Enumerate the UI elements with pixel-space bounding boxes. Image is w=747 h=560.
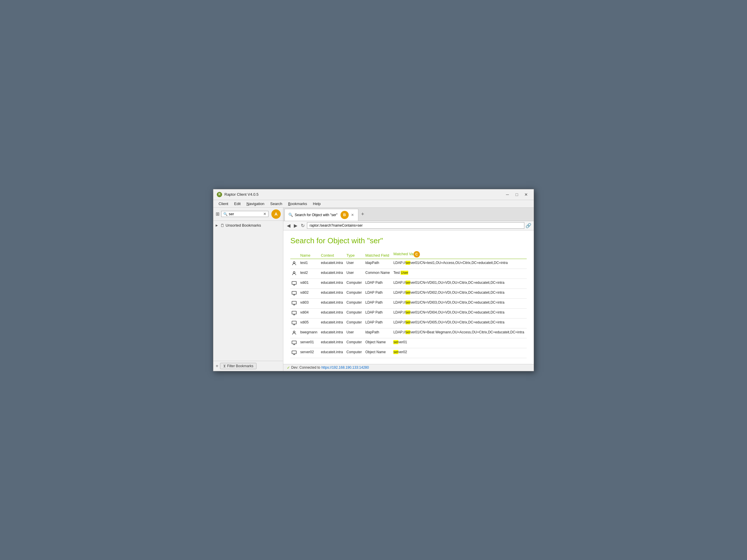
svg-point-1 xyxy=(293,271,295,273)
table-row[interactable]: vdi03educateit.intraComputerLDAP PathLDA… xyxy=(290,298,527,308)
close-button[interactable]: ✕ xyxy=(522,192,530,197)
row-matched-value: LDAP://server01/CN=VDI03,OU=VDI,OU=Citri… xyxy=(392,298,527,308)
row-context: educateit.intra xyxy=(320,278,345,289)
table-row[interactable]: vdi02educateit.intraComputerLDAP PathLDA… xyxy=(290,289,527,298)
tree-arrow-icon: ▶ xyxy=(216,224,219,227)
row-name: bwegmann xyxy=(299,328,320,338)
row-name: vdi05 xyxy=(299,318,320,328)
menu-navigation[interactable]: Navigation xyxy=(243,201,267,207)
row-matched-value: server02 xyxy=(392,348,527,358)
link-icon: 🔗 xyxy=(525,223,531,229)
new-tab-button[interactable]: + xyxy=(359,211,367,217)
row-type: User xyxy=(345,328,364,338)
filter-bookmarks-button[interactable]: ⊻ Filter Bookmarks xyxy=(220,363,257,369)
menu-search[interactable]: Search xyxy=(267,201,285,207)
refresh-button[interactable]: ↻ xyxy=(300,222,306,229)
highlight-text: ser xyxy=(406,330,411,334)
highlight-text: ser xyxy=(406,310,411,314)
table-row[interactable]: server02educateit.intraComputerObject Na… xyxy=(290,348,527,358)
bookmark-folder-icon: 🗒 xyxy=(220,223,224,228)
row-matched-field: ldapPath xyxy=(364,259,392,269)
table-row[interactable]: test2educateit.intraUserCommon NameTest … xyxy=(290,269,527,278)
row-name: vdi02 xyxy=(299,289,320,298)
status-bar: ✓ Dev: Connected to https://192.168.190.… xyxy=(283,364,534,371)
tab-bar: 🔍 Search for Object with "ser" B ✕ + xyxy=(283,208,534,221)
row-icon xyxy=(290,278,299,289)
row-icon xyxy=(290,289,299,298)
status-text: Dev: Connected to xyxy=(291,366,320,370)
tab-close-button[interactable]: ✕ xyxy=(351,213,355,217)
menu-bookmarks[interactable]: Bookmarks xyxy=(285,201,310,207)
row-matched-field: LDAP Path xyxy=(364,289,392,298)
table-row[interactable]: vdi04educateit.intraComputerLDAP PathLDA… xyxy=(290,308,527,318)
row-matched-field: LDAP Path xyxy=(364,318,392,328)
row-matched-value: LDAP://server01/CN=VDI02,OU=VDI,OU=Citri… xyxy=(392,289,527,298)
table-row[interactable]: vdi05educateit.intraComputerLDAP PathLDA… xyxy=(290,318,527,328)
row-icon xyxy=(290,318,299,328)
sidebar: ⊞ 🔍 ✕ A ▶ 🗒 Unsorted Bookmarks + xyxy=(213,208,283,371)
row-context: educateit.intra xyxy=(320,289,345,298)
row-matched-field: Common Name xyxy=(364,269,392,278)
add-bookmark-button[interactable]: + xyxy=(216,364,218,369)
tree-item-unsorted-bookmarks[interactable]: ▶ 🗒 Unsorted Bookmarks xyxy=(213,222,283,229)
row-matched-field: ldapPath xyxy=(364,328,392,338)
annotation-b: B xyxy=(340,211,349,219)
clear-search-button[interactable]: ✕ xyxy=(263,212,266,216)
status-url[interactable]: https://192.168.190.133:14280 xyxy=(321,366,369,370)
table-row[interactable]: test1educateit.intraUserldapPathLDAP://s… xyxy=(290,259,527,269)
back-button[interactable]: ◀ xyxy=(286,222,291,229)
row-context: educateit.intra xyxy=(320,269,345,278)
highlight-text: ser xyxy=(406,261,411,265)
row-type: User xyxy=(345,269,364,278)
row-context: educateit.intra xyxy=(320,308,345,318)
svg-point-7 xyxy=(293,331,295,333)
row-name: server02 xyxy=(299,348,320,358)
row-type: Computer xyxy=(345,348,364,358)
filter-icon: ⊻ xyxy=(223,364,226,368)
table-row[interactable]: bwegmanneducateit.intraUserldapPathLDAP:… xyxy=(290,328,527,338)
title-bar-controls: ─ □ ✕ xyxy=(504,192,530,197)
status-check-icon: ✓ xyxy=(287,366,290,370)
row-context: educateit.intra xyxy=(320,318,345,328)
page-title: Search for Object with "ser" xyxy=(290,236,527,245)
minimize-button[interactable]: ─ xyxy=(504,192,512,197)
menu-client[interactable]: Client xyxy=(216,201,231,207)
sidebar-tree: ▶ 🗒 Unsorted Bookmarks xyxy=(213,221,283,361)
highlight-text: ser xyxy=(406,281,411,285)
forward-button[interactable]: ▶ xyxy=(293,222,299,229)
title-bar: R Raptor Client V4.0.5 ─ □ ✕ xyxy=(213,189,534,200)
annotation-a: A xyxy=(272,209,281,219)
address-input[interactable] xyxy=(307,222,524,229)
tab-search[interactable]: 🔍 Search for Object with "ser" B ✕ xyxy=(284,209,358,221)
row-name: vdi03 xyxy=(299,298,320,308)
row-context: educateit.intra xyxy=(320,298,345,308)
table-row[interactable]: server01educateit.intraComputerObject Na… xyxy=(290,338,527,348)
svg-rect-6 xyxy=(292,321,297,324)
row-icon xyxy=(290,338,299,348)
table-row[interactable]: vdi01educateit.intraComputerLDAP PathLDA… xyxy=(290,278,527,289)
menu-help[interactable]: Help xyxy=(310,201,324,207)
main-window: R Raptor Client V4.0.5 ─ □ ✕ Client Edit… xyxy=(213,189,534,371)
svg-rect-8 xyxy=(292,341,297,344)
svg-rect-5 xyxy=(292,311,297,314)
highlight-text: ser xyxy=(406,300,411,304)
sidebar-search-input[interactable] xyxy=(229,212,262,216)
tab-search-icon: 🔍 xyxy=(288,213,293,217)
svg-rect-9 xyxy=(292,351,297,354)
row-context: educateit.intra xyxy=(320,328,345,338)
title-bar-left: R Raptor Client V4.0.5 xyxy=(217,192,259,197)
svg-rect-3 xyxy=(292,291,297,294)
row-type: Computer xyxy=(345,318,364,328)
col-header-matched-field: Matched Field xyxy=(364,250,392,259)
row-icon xyxy=(290,298,299,308)
row-context: educateit.intra xyxy=(320,348,345,358)
maximize-button[interactable]: □ xyxy=(513,192,521,197)
row-icon xyxy=(290,348,299,358)
svg-point-0 xyxy=(293,262,295,263)
row-name: test2 xyxy=(299,269,320,278)
row-icon xyxy=(290,308,299,318)
col-header-icon xyxy=(290,250,299,259)
menu-edit[interactable]: Edit xyxy=(231,201,243,207)
svg-rect-2 xyxy=(292,282,297,284)
svg-rect-4 xyxy=(292,301,297,304)
